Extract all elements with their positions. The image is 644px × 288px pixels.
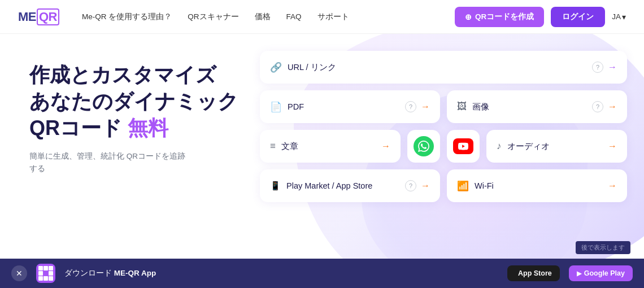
create-qr-button[interactable]: ⊕ QRコードを作成: [455, 7, 544, 27]
qr-grid: [38, 266, 53, 281]
nav-scanner[interactable]: QRスキャナー: [188, 12, 238, 22]
pdf-help-icon[interactable]: ?: [405, 101, 416, 112]
card-row-4: 📱 Play Market / App Store ? → 📶 Wi-Fi →: [260, 169, 627, 202]
appstore-card[interactable]: 📱 Play Market / App Store ? →: [260, 169, 440, 202]
audio-icon: ♪: [497, 141, 502, 152]
url-arrow-icon: →: [608, 62, 617, 72]
logo-bracket: QR: [37, 8, 59, 25]
nav-why[interactable]: Me-QR を使用する理由？: [82, 12, 172, 22]
pdf-arrow-icon: →: [421, 102, 430, 112]
banner-qr-icon: [36, 264, 55, 283]
logo-text: MEQR: [18, 8, 59, 25]
download-banner: ✕ ダウンロード ME-QR App App Store ▶ Google Pl…: [0, 259, 644, 288]
hero-title: 作成とカスタマイズ あなたのダイナミック QRコード 無料: [29, 62, 249, 141]
image-help-icon[interactable]: ?: [592, 101, 603, 112]
image-card[interactable]: 🖼 画像 ? →: [447, 90, 627, 123]
logo[interactable]: MEQR: [18, 8, 59, 25]
nav-faq[interactable]: FAQ: [286, 12, 302, 21]
googleplay-button[interactable]: ▶ Google Play: [569, 265, 633, 281]
text-icon: ≡: [270, 141, 276, 152]
banner-text: ダウンロード ME-QR App: [64, 268, 498, 278]
text-arrow-icon: →: [381, 141, 390, 151]
plus-icon: ⊕: [465, 12, 472, 21]
wifi-card[interactable]: 📶 Wi-Fi →: [447, 169, 627, 202]
youtube-card[interactable]: [447, 130, 480, 163]
image-icon: 🖼: [457, 101, 467, 112]
card-row-3: ≡ 文章 → ♪ オーディオ: [260, 130, 627, 163]
banner-close-button[interactable]: ✕: [11, 265, 27, 281]
text-card[interactable]: ≡ 文章 →: [260, 130, 401, 163]
wifi-icon: 📶: [457, 180, 469, 192]
audio-arrow-icon: →: [608, 141, 617, 151]
card-row-1: 🔗 URL / リンク ? →: [260, 51, 627, 84]
nav-links: Me-QR を使用する理由？ QRスキャナー 価格 FAQ サポート: [82, 12, 455, 22]
login-button[interactable]: ログイン: [551, 7, 605, 27]
card-row-2: 📄 PDF ? → 🖼 画像 ? →: [260, 90, 627, 123]
play-icon: ▶: [577, 270, 581, 277]
link-icon: 🔗: [270, 62, 282, 73]
url-card[interactable]: 🔗 URL / リンク ? →: [260, 51, 627, 84]
image-arrow-icon: →: [608, 102, 617, 112]
show-later-button[interactable]: 後で表示します: [576, 241, 630, 254]
navbar: MEQR Me-QR を使用する理由？ QRスキャナー 価格 FAQ サポート …: [0, 0, 644, 34]
pdf-icon: 📄: [270, 101, 282, 113]
nav-support[interactable]: サポート: [317, 12, 349, 22]
appstore-icon: 📱: [270, 181, 281, 191]
nav-pricing[interactable]: 価格: [255, 12, 271, 22]
hero-subtitle: 簡単に生成、管理、統計化 QRコードを追跡する: [29, 150, 188, 174]
language-selector[interactable]: JA ▾: [612, 12, 626, 21]
whatsapp-icon: [414, 136, 434, 156]
appstore-arrow-icon: →: [421, 181, 430, 191]
youtube-icon: [453, 138, 473, 154]
whatsapp-card[interactable]: [407, 130, 440, 163]
nav-actions: ⊕ QRコードを作成 ログイン JA ▾: [455, 7, 626, 27]
appstore-help-icon[interactable]: ?: [405, 180, 416, 191]
hero-section: 作成とカスタマイズ あなたのダイナミック QRコード 無料 簡単に生成、管理、統…: [0, 34, 644, 288]
pdf-card[interactable]: 📄 PDF ? →: [260, 90, 440, 123]
appstore-button[interactable]: App Store: [507, 265, 560, 281]
hero-left: 作成とカスタマイズ あなたのダイナミック QRコード 無料 簡単に生成、管理、統…: [0, 34, 249, 288]
wifi-arrow-icon: →: [608, 181, 617, 191]
chevron-down-icon: ▾: [622, 12, 626, 21]
url-help-icon[interactable]: ?: [592, 62, 603, 73]
audio-card[interactable]: ♪ オーディオ →: [486, 130, 627, 163]
